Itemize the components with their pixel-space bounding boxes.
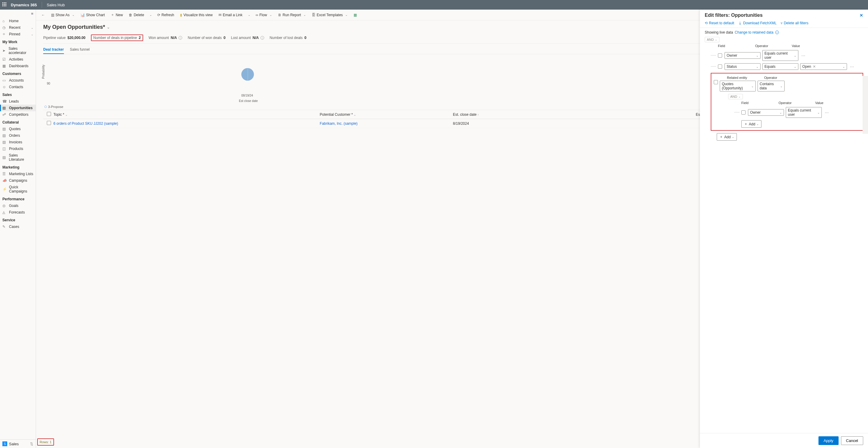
topbar-divider xyxy=(42,2,42,8)
brand-label: Dynamics 365 xyxy=(11,3,37,7)
hub-label: Sales Hub xyxy=(47,3,65,7)
app-launcher-icon[interactable] xyxy=(2,2,7,7)
app-topbar: Dynamics 365 Sales Hub xyxy=(0,0,868,10)
